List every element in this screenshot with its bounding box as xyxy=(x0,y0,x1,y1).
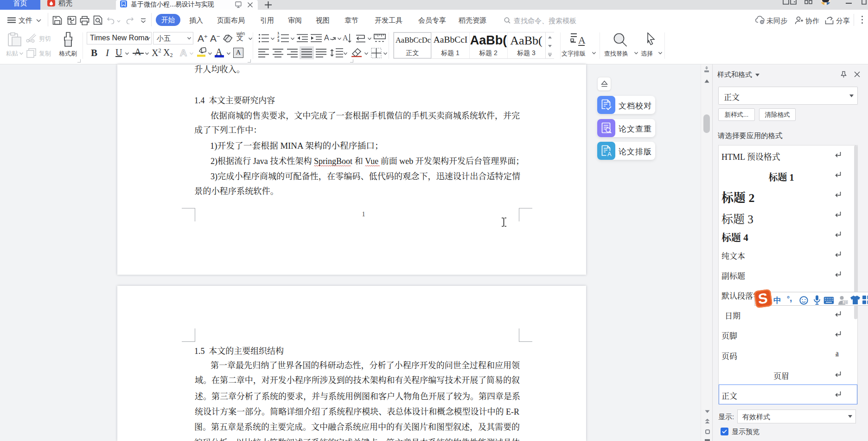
svg-text:A: A xyxy=(343,34,348,42)
svg-text:A: A xyxy=(578,34,586,46)
svg-text:20: 20 xyxy=(843,300,847,304)
svg-text:A: A xyxy=(324,34,329,42)
svg-text:A: A xyxy=(607,151,612,157)
